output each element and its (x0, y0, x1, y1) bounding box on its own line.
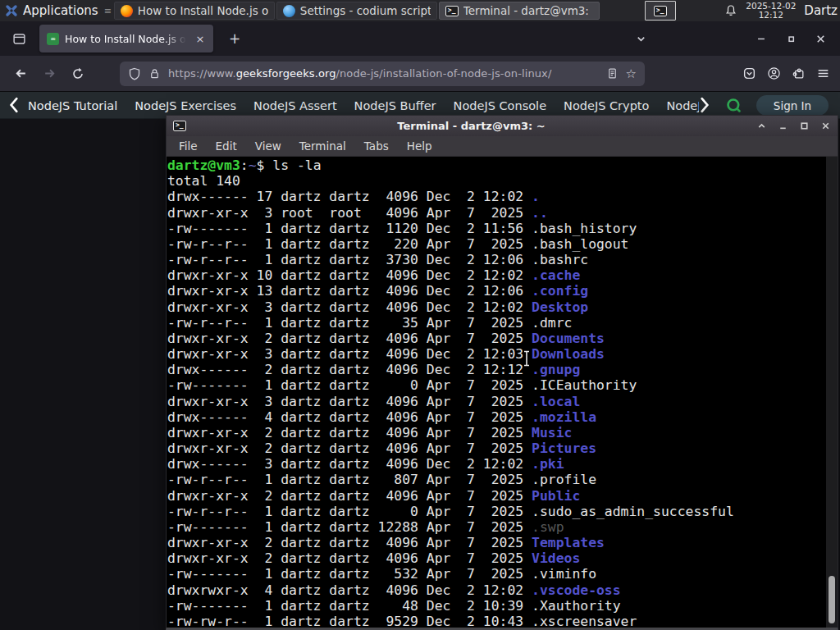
terminal-line: drwxr-xr-x 3 dartz dartz 4096 Apr 7 2025… (167, 394, 838, 409)
taskbar-window-firefox[interactable]: How to Install Node.js o... (114, 2, 275, 20)
nav-link-nodejs-buffer[interactable]: NodeJS Buffer (354, 99, 436, 112)
terminal-window: >_ Terminal - dartz@vm3: ~ FileEditViewT… (166, 115, 838, 630)
window-maximize-button[interactable] (779, 26, 802, 51)
window-close-button[interactable] (809, 26, 832, 51)
account-icon[interactable] (767, 66, 781, 80)
terminal-window-controls (756, 121, 831, 131)
terminal-scrollbar[interactable] (826, 157, 838, 628)
nav-link-nodejs-exercises[interactable]: NodeJS Exercises (135, 99, 236, 112)
terminal-line: -rw-r--r-- 1 dartz dartz 3730 Dec 2 12:0… (167, 252, 838, 267)
terminal-icon: >_ (173, 121, 186, 131)
hamburger-menu-icon[interactable] (816, 66, 830, 80)
close-icon (815, 33, 827, 45)
nav-link-nodejs-tutorial[interactable]: NodeJS Tutorial (28, 99, 117, 112)
firefox-icon (121, 5, 133, 17)
terminal-line: drwxr-xr-x 2 dartz dartz 4096 Apr 7 2025… (167, 488, 838, 504)
maximize-icon[interactable] (799, 121, 810, 131)
browser-tab-active[interactable]: ∞ How to Install Node.js on × (39, 25, 213, 52)
terminal-line: dartz@vm3:~$ ls -la (167, 158, 838, 173)
chevron-down-icon (635, 33, 647, 45)
clock-time: 12:12 (746, 11, 796, 21)
taskbar-window-label: How to Install Node.js o... (138, 4, 268, 17)
terminal-line: drwxr-xr-x 13 dartz dartz 4096 Dec 2 12:… (167, 283, 838, 299)
nav-link-nodejs-console[interactable]: NodeJS Console (454, 99, 547, 112)
new-tab-button[interactable]: + (223, 27, 246, 50)
notification-bell-icon[interactable] (724, 4, 737, 17)
nav-scroll-right-icon[interactable] (699, 97, 710, 113)
url-domain: geeksforgeeks.org (236, 67, 336, 80)
firefox-view-icon (12, 32, 26, 46)
search-icon[interactable] (726, 98, 742, 113)
firefox-window-controls (750, 26, 832, 51)
taskbar-window-terminal[interactable]: >_ Terminal - dartz@vm3: ~ (439, 2, 600, 20)
shade-icon[interactable] (756, 121, 767, 131)
taskbar-window-label: Terminal - dartz@vm3: ~ (463, 4, 593, 17)
menu-help[interactable]: Help (398, 139, 441, 153)
menu-terminal[interactable]: Terminal (290, 139, 355, 153)
distro-logo-icon (5, 4, 18, 17)
maximize-icon (786, 34, 797, 44)
tracking-shield-icon[interactable] (128, 67, 141, 80)
terminal-line: -rw------- 1 dartz dartz 12288 Apr 7 202… (167, 519, 838, 535)
reader-view-icon[interactable] (606, 67, 619, 80)
bookmark-star-icon[interactable]: ☆ (626, 66, 637, 81)
terminal-line: drwxr-xr-x 10 dartz dartz 4096 Dec 2 12:… (167, 267, 838, 283)
terminal-line: -rw------- 1 dartz dartz 1120 Dec 2 11:5… (167, 221, 838, 236)
lock-icon[interactable] (148, 67, 161, 80)
user-menu[interactable]: Dartz (804, 3, 838, 18)
applications-label: Applications (23, 3, 98, 18)
url-scheme: https://www. (168, 67, 236, 80)
panel-clock[interactable]: 2025-12-02 12:12 (746, 2, 796, 21)
toolbar-right-icons (742, 66, 830, 80)
taskbar-window-vscodium[interactable]: Settings - codium script... (276, 2, 437, 20)
pocket-save-icon[interactable] (742, 66, 756, 80)
window-minimize-button[interactable] (750, 26, 773, 51)
tab-title: How to Install Node.js on (65, 33, 186, 45)
menu-edit[interactable]: Edit (207, 139, 246, 153)
scrollbar-thumb[interactable] (829, 576, 835, 623)
forward-arrow-icon (43, 66, 57, 80)
vscodium-icon (283, 5, 295, 17)
terminal-line: drwxr-xr-x 3 root root 4096 Apr 7 2025 .… (167, 205, 838, 221)
tab-close-button[interactable]: × (192, 30, 208, 47)
forward-button[interactable] (37, 62, 62, 86)
reload-button[interactable] (66, 62, 90, 86)
url-bar[interactable]: https://www.geeksforgeeks.org/node-js/in… (120, 62, 645, 86)
terminal-titlebar[interactable]: >_ Terminal - dartz@vm3: ~ (167, 116, 838, 136)
terminal-launcher[interactable]: >_ (645, 1, 676, 21)
terminal-line: total 140 (167, 173, 838, 189)
back-button[interactable] (8, 62, 33, 86)
terminal-output[interactable]: dartz@vm3:~$ ls -latotal 140drwx------ 1… (167, 157, 838, 628)
nav-scroll-left-icon[interactable] (8, 97, 20, 113)
menu-file[interactable]: File (170, 139, 207, 153)
geeksforgeeks-favicon: ∞ (47, 33, 59, 45)
nav-link-nodejs-dns[interactable]: NodeJS DNS (666, 99, 699, 112)
menu-view[interactable]: View (246, 139, 290, 153)
applications-menu-button[interactable]: Applications (0, 0, 103, 21)
terminal-line: drwxr-xr-x 2 dartz dartz 4096 Apr 7 2025… (167, 535, 838, 550)
list-all-tabs-button[interactable] (628, 26, 653, 51)
nav-link-nodejs-crypto[interactable]: NodeJS Crypto (564, 99, 649, 112)
terminal-line: drwxr-xr-x 2 dartz dartz 4096 Apr 7 2025… (167, 441, 838, 456)
system-tray: 2025-12-02 12:12 Dartz (724, 2, 840, 21)
terminal-icon: >_ (445, 6, 459, 16)
extensions-puzzle-icon[interactable] (792, 66, 806, 80)
firefox-tab-bar: ∞ How to Install Node.js on × + (0, 21, 840, 56)
terminal-line: -rw-r--r-- 1 dartz dartz 35 Apr 7 2025 .… (167, 315, 838, 331)
top-panel: Applications ≡ How to Install Node.js o.… (0, 0, 840, 21)
url-path: /node-js/installation-of-node-js-on-linu… (336, 67, 552, 80)
firefox-view-button[interactable] (7, 26, 31, 51)
nav-link-nodejs-assert[interactable]: NodeJS Assert (253, 99, 337, 112)
sign-in-button[interactable]: Sign In (756, 95, 829, 116)
terminal-line: drwxr-xr-x 2 dartz dartz 4096 Apr 7 2025… (167, 550, 838, 566)
minimize-icon[interactable] (778, 121, 788, 131)
terminal-line: drwx------ 3 dartz dartz 4096 Dec 2 12:0… (167, 456, 838, 472)
terminal-line: -rw-r--r-- 1 dartz dartz 0 Apr 7 2025 .s… (167, 504, 838, 519)
terminal-line: drwx------ 17 dartz dartz 4096 Dec 2 12:… (167, 189, 838, 204)
close-icon[interactable] (820, 121, 831, 131)
terminal-menubar: FileEditViewTerminalTabsHelp (167, 136, 838, 157)
terminal-line: -rw------- 1 dartz dartz 0 Apr 7 2025 .I… (167, 377, 838, 393)
url-text: https://www.geeksforgeeks.org/node-js/in… (168, 67, 599, 80)
menu-tabs[interactable]: Tabs (355, 139, 398, 153)
terminal-line: drwxrwxr-x 4 dartz dartz 4096 Dec 2 12:0… (167, 582, 838, 598)
